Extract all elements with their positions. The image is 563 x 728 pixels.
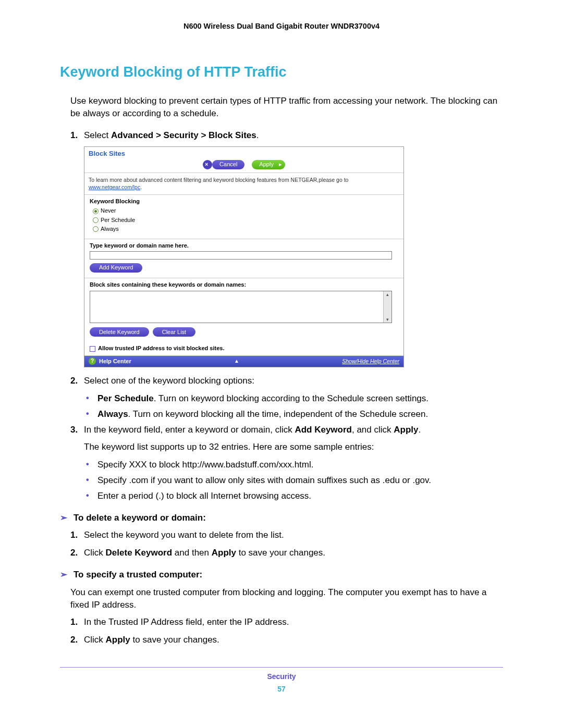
s3-add-kw: Add Keyword — [295, 425, 352, 435]
radio-icon — [93, 217, 99, 223]
step-2: 2. Select one of the keyword blocking op… — [70, 375, 503, 387]
step-3-bullet-3: • Enter a period (.) to block all Intern… — [86, 490, 503, 502]
keyword-blocking-group: Keyword Blocking Never Per Schedule Alwa… — [84, 195, 403, 239]
bullet-icon: • — [86, 408, 97, 421]
intro-paragraph: Use keyword blocking to prevent certain … — [70, 95, 503, 120]
step-3-body: In the keyword field, enter a keyword or… — [84, 424, 503, 436]
radio-never[interactable]: Never — [93, 207, 398, 215]
del-s2-post: to save your changes. — [236, 548, 325, 558]
delete-heading: ➢ To delete a keyword or domain: — [60, 512, 503, 524]
del-s2-mid: and then — [172, 548, 212, 558]
block-list[interactable]: ▴▾ — [90, 291, 392, 323]
trust-heading: ➢ To specify a trusted computer: — [60, 569, 503, 581]
arrow-icon: ➢ — [60, 569, 74, 581]
trust-s2-num: 2. — [70, 634, 84, 646]
allow-trusted-row[interactable]: Allow trusted IP address to visit blocke… — [84, 342, 403, 355]
step-1-path: Advanced > Security > Block Sites — [111, 130, 256, 140]
radio-icon — [93, 208, 99, 214]
step-3-bullet-2: • Specify .com if you want to allow only… — [86, 474, 503, 487]
trust-s2-b1: Apply — [106, 635, 130, 645]
step-2-bullet-1: • Per Schedule. Turn on keyword blocking… — [86, 392, 503, 405]
scroll-up-icon: ▴ — [386, 291, 389, 298]
trust-s2-pre: Click — [84, 635, 106, 645]
trust-s2-post: to save your changes. — [130, 635, 219, 645]
s3-pre: In the keyword field, enter a keyword or… — [84, 425, 295, 435]
radio-sched-label: Per Schedule — [101, 216, 135, 224]
footer-page-number: 57 — [60, 684, 503, 695]
block-sites-panel: Block Sites × Cancel Apply To learn more… — [84, 146, 404, 367]
keyword-blocking-label: Keyword Blocking — [90, 198, 398, 205]
step-3-note: The keyword list supports up to 32 entri… — [84, 441, 503, 453]
type-keyword-label: Type keyword or domain name here. — [90, 242, 398, 250]
radio-icon — [93, 226, 99, 232]
apply-button[interactable]: Apply — [252, 160, 285, 169]
block-list-label: Block sites containing these keywords or… — [90, 281, 398, 289]
del-s2-num: 2. — [70, 547, 84, 559]
bullet-icon: • — [86, 459, 97, 471]
s3-b1-text: Specify XXX to block http://www.badstuff… — [97, 459, 503, 471]
footer-category: Security — [60, 672, 503, 682]
chevron-up-icon[interactable]: ▲ — [234, 357, 239, 365]
step-1-suffix: . — [256, 130, 259, 140]
delete-heading-text: To delete a keyword or domain: — [74, 512, 206, 524]
delete-keyword-button[interactable]: Delete Keyword — [90, 327, 149, 337]
clear-list-button[interactable]: Clear List — [153, 327, 195, 337]
del-step-1: 1. Select the keyword you want to delete… — [70, 529, 503, 541]
block-list-group: Block sites containing these keywords or… — [84, 278, 403, 342]
radio-per-schedule[interactable]: Per Schedule — [93, 216, 398, 224]
b-always-text: . Turn on keyword blocking all the time,… — [128, 409, 429, 419]
close-x-icon: × — [205, 161, 208, 168]
trust-intro: You can exempt one trusted computer from… — [70, 586, 503, 611]
footer-rule — [60, 667, 503, 668]
radio-always-label: Always — [101, 225, 119, 233]
add-keyword-button[interactable]: Add Keyword — [90, 263, 142, 273]
trust-s1-num: 1. — [70, 616, 84, 628]
trust-step-1: 1. In the Trusted IP Address field, ente… — [70, 616, 503, 628]
step-3-num: 3. — [70, 424, 84, 436]
help-toggle-link[interactable]: Show/Hide Help Center — [342, 357, 399, 365]
bullet-icon: • — [86, 490, 97, 502]
type-keyword-group: Type keyword or domain name here. Add Ke… — [84, 239, 403, 278]
del-s2-b1: Delete Keyword — [106, 548, 173, 558]
keyword-input[interactable] — [90, 251, 392, 260]
s3-post: . — [419, 425, 421, 435]
step-1-prefix: Select — [84, 130, 111, 140]
info-bar: To learn more about advanced content fil… — [84, 173, 403, 195]
panel-title: Block Sites — [89, 149, 125, 158]
bullet-icon: • — [86, 474, 97, 487]
arrow-icon: ➢ — [60, 512, 74, 524]
allow-trusted-label: Allow trusted IP address to visit blocke… — [98, 344, 224, 352]
trust-s1-text: In the Trusted IP Address field, enter t… — [84, 616, 503, 628]
info-text-post: . — [140, 184, 142, 190]
scrollbar[interactable]: ▴▾ — [383, 291, 391, 323]
help-bar: ? Help Center ▲ Show/Hide Help Center — [84, 356, 403, 367]
help-center-label: Help Center — [99, 357, 131, 365]
del-s2-pre: Click — [84, 548, 106, 558]
trust-heading-text: To specify a trusted computer: — [74, 569, 202, 581]
del-s1-num: 1. — [70, 529, 84, 541]
info-text-pre: To learn more about advanced content fil… — [89, 177, 348, 183]
s3-b3-text: Enter a period (.) to block all Internet… — [97, 490, 503, 502]
step-1-num: 1. — [70, 129, 84, 142]
radio-always[interactable]: Always — [93, 225, 398, 233]
cancel-button[interactable]: × Cancel — [212, 160, 244, 169]
lpc-link[interactable]: www.netgear.com/lpc — [89, 184, 140, 190]
b-per-schedule: Per Schedule — [97, 393, 154, 403]
radio-never-label: Never — [101, 207, 116, 215]
page-title: Keyword Blocking of HTTP Traffic — [60, 63, 503, 82]
b-always: Always — [97, 409, 128, 419]
product-header: N600 Wireless Dual Band Gigabit Router W… — [60, 21, 503, 31]
apply-label: Apply — [259, 161, 274, 168]
step-2-body: Select one of the keyword blocking optio… — [84, 375, 503, 387]
s3-b2-text: Specify .com if you want to allow only s… — [97, 474, 503, 487]
s3-apply: Apply — [394, 425, 418, 435]
step-1: 1. Select Advanced > Security > Block Si… — [70, 129, 503, 142]
cancel-label: Cancel — [219, 161, 237, 168]
help-icon: ? — [89, 357, 96, 365]
s3-mid: , and click — [352, 425, 394, 435]
del-s2-b2: Apply — [212, 548, 236, 558]
trust-step-2: 2. Click Apply to save your changes. — [70, 634, 503, 646]
del-step-2: 2. Click Delete Keyword and then Apply t… — [70, 547, 503, 559]
step-1-body: Select Advanced > Security > Block Sites… — [84, 129, 503, 142]
step-3-bullet-1: • Specify XXX to block http://www.badstu… — [86, 459, 503, 471]
